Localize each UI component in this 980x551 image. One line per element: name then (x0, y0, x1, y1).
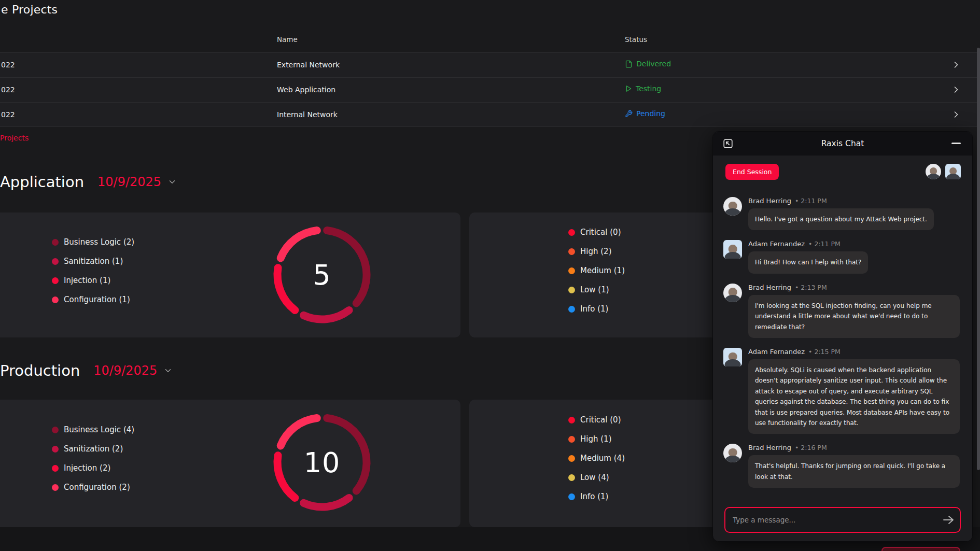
message-time: 2:13 PM (795, 284, 827, 291)
chat-input-box (724, 507, 961, 533)
chat-message: Brad Herring 2:13 PM I'm looking at the … (723, 284, 963, 338)
legend-label: Injection (2) (64, 463, 110, 473)
critical-dot (568, 229, 575, 236)
legend-item: Info (1) (568, 492, 608, 501)
projects-link[interactable]: Projects (0, 134, 29, 142)
chat-toolbar: End Session (725, 164, 961, 179)
send-button[interactable] (937, 508, 960, 532)
chevron-right-icon[interactable] (951, 109, 961, 120)
configuration-dot (52, 484, 59, 491)
message-bubble: That's helpful. Thanks for jumping on re… (748, 455, 960, 488)
legend-item: Sanitization (1) (52, 257, 123, 266)
avatar (945, 164, 961, 179)
table-row[interactable]: 022 External Network Delivered (0, 52, 980, 77)
chevron-right-icon[interactable] (951, 84, 961, 95)
date-value: 10/9/2025 (97, 175, 161, 189)
table-header-status: Status (625, 35, 647, 44)
legend-item: Info (1) (568, 304, 608, 314)
project-name: Internal Network (277, 110, 338, 119)
medium-dot (568, 455, 575, 462)
legend-label: Critical (0) (580, 228, 621, 237)
legend-label: Info (1) (580, 492, 608, 501)
message-bubble: Absolutely. SQLi is caused when the back… (748, 359, 960, 434)
chevron-right-icon[interactable] (951, 60, 961, 70)
legend-item: High (1) (568, 434, 612, 444)
date-dropdown[interactable]: 10/9/2025 (93, 363, 173, 378)
play-icon (625, 85, 632, 92)
message-time: 2:16 PM (795, 444, 827, 451)
legend-item: Sanitization (2) (52, 444, 123, 454)
sanitization-dot (52, 446, 59, 453)
status-label: Delivered (636, 60, 671, 68)
legend-label: Low (4) (580, 473, 609, 482)
chevron-down-icon (163, 366, 173, 375)
message-sender: Brad Herring (748, 444, 791, 451)
message-bubble: Hello. I've got a question about my Atta… (748, 208, 934, 230)
legend-label: High (1) (580, 434, 612, 444)
legend-label: Medium (1) (580, 266, 625, 275)
participant-avatars (926, 164, 961, 179)
status-label: Pending (636, 109, 665, 118)
chat-title: Raxis Chat (821, 139, 864, 148)
minimize-icon[interactable] (951, 143, 961, 144)
end-session-button[interactable]: End Session (725, 164, 779, 180)
date-value: 10/9/2025 (93, 363, 157, 378)
legend-item: Low (1) (568, 285, 609, 294)
avatar (723, 444, 742, 462)
avatar (723, 284, 742, 302)
chat-message: Brad Herring 2:11 PM Hello. I've got a q… (723, 197, 963, 230)
chat-message-input[interactable] (725, 508, 937, 532)
configuration-dot (52, 296, 59, 303)
legend-label: Business Logic (4) (64, 425, 134, 434)
avatar (723, 240, 742, 259)
section-header: Production 10/9/2025 (0, 362, 173, 379)
critical-dot (568, 417, 575, 423)
legend-label: Critical (0) (580, 415, 621, 425)
project-date: 022 (1, 110, 15, 119)
legend-label: Injection (1) (64, 276, 110, 285)
legend-item: Medium (1) (568, 266, 625, 275)
status-badge: Testing (625, 84, 661, 93)
message-time: 2:11 PM (795, 197, 827, 205)
date-dropdown[interactable]: 10/9/2025 (97, 175, 177, 189)
legend-label: Sanitization (2) (64, 444, 123, 454)
chat-message: Adam Fernandez 2:11 PM Hi Brad! How can … (723, 240, 963, 273)
findings-donut-chart: 5 (270, 223, 374, 327)
avatar (926, 164, 941, 179)
project-date: 022 (1, 61, 15, 69)
message-time: 2:15 PM (808, 348, 841, 356)
info-dot (568, 493, 575, 500)
legend-item: Configuration (1) (52, 295, 130, 304)
message-sender: Brad Herring (748, 284, 791, 291)
table-row[interactable]: 022 Web Application Testing (0, 77, 980, 102)
section-title: Production (0, 362, 80, 379)
legend-label: Medium (4) (580, 454, 625, 463)
low-dot (568, 287, 575, 293)
legend-item: Injection (2) (52, 463, 110, 473)
findings-donut-chart: 10 (270, 411, 374, 514)
scrollbar[interactable] (977, 48, 980, 470)
expand-icon[interactable] (722, 138, 734, 149)
info-dot (568, 306, 575, 313)
low-dot (568, 474, 575, 481)
legend-label: Business Logic (2) (64, 237, 134, 247)
legend-label: Configuration (2) (64, 483, 130, 492)
wrench-icon (625, 110, 633, 118)
medium-dot (568, 267, 575, 274)
message-sender: Brad Herring (748, 197, 791, 205)
findings-card (0, 213, 460, 337)
high-dot (568, 436, 575, 443)
legend-item: Critical (0) (568, 228, 621, 237)
chat-header: Raxis Chat (713, 132, 972, 156)
legend-item: Low (4) (568, 473, 609, 482)
legend-label: High (2) (580, 247, 612, 256)
hidden-button-edge (881, 547, 960, 551)
injection-dot (52, 465, 59, 472)
section-title: Application (0, 173, 84, 191)
sanitization-dot (52, 258, 59, 265)
table-row[interactable]: 022 Internal Network Pending (0, 102, 980, 127)
message-sender: Adam Fernandez (748, 240, 805, 248)
business-logic-dot (52, 427, 59, 433)
legend-label: Info (1) (580, 304, 608, 314)
project-name: External Network (277, 61, 340, 69)
